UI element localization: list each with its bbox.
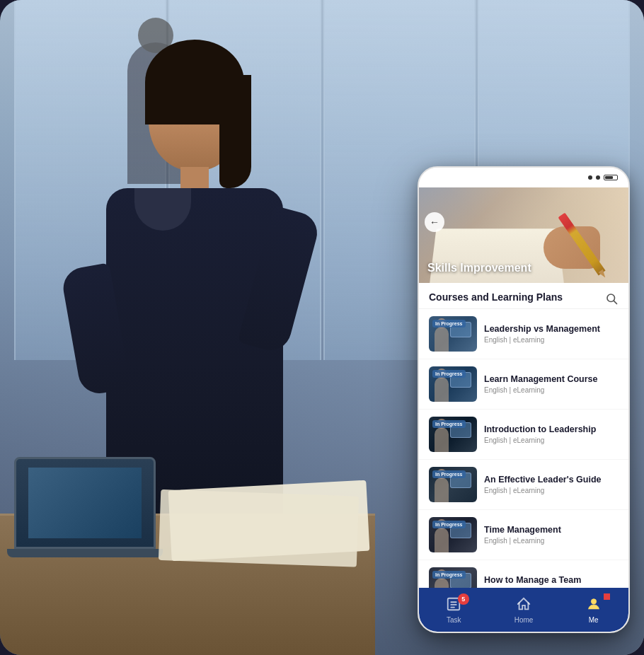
me-badge: [604, 593, 610, 600]
section-title: Courses and Learning Plans: [429, 291, 563, 303]
course-thumbnail: In Progress: [429, 417, 477, 452]
course-name: Time Management: [484, 525, 619, 535]
course-info: How to Manage a Team YouTube Video: [484, 575, 619, 588]
course-thumbnail: In Progress: [429, 316, 477, 352]
bottom-navigation: 5 Task Home: [419, 588, 628, 632]
course-name: Learn Management Course: [484, 374, 619, 384]
signal-icon: [588, 175, 592, 180]
nav-me[interactable]: Me: [558, 588, 628, 632]
course-thumbnail: In Progress: [429, 467, 477, 502]
course-info: Leadership vs Management English | eLear…: [484, 324, 619, 344]
thumb-person-figure: [435, 578, 449, 588]
course-name: Leadership vs Management: [484, 324, 619, 334]
course-info: Learn Management Course English | eLearn…: [484, 374, 619, 394]
battery-icon: [604, 175, 618, 180]
course-meta: English | eLearning: [484, 386, 619, 394]
course-info: An Effective Leader's Guide English | eL…: [484, 475, 619, 494]
desk-surface: [0, 514, 375, 655]
laptop-base: [7, 549, 163, 557]
course-name: An Effective Leader's Guide: [484, 475, 619, 485]
svg-point-6: [591, 598, 596, 603]
phone-status-bar: [419, 168, 628, 187]
course-thumbnail: In Progress: [429, 366, 477, 402]
course-thumbnail: In Progress: [429, 567, 477, 588]
thumb-person-figure: [435, 528, 449, 552]
course-name: Introduction to Leadership: [484, 424, 619, 434]
hero-title: Skills Improvement: [427, 262, 531, 274]
section-header: Courses and Learning Plans: [419, 283, 628, 309]
hero-book: [430, 228, 564, 283]
person-head: [149, 61, 241, 170]
course-meta: English | eLearning: [484, 336, 619, 344]
nav-home[interactable]: Home: [489, 588, 559, 632]
course-meta: English | eLearning: [484, 436, 619, 444]
person-hair: [219, 75, 251, 188]
phone-device: ← Skills Improvement Courses and Learnin…: [418, 166, 630, 633]
course-info: Time Management English | eLearning: [484, 525, 619, 545]
course-meta: English | eLearning: [484, 487, 619, 494]
thumb-person-figure: [435, 377, 449, 402]
course-item[interactable]: In Progress Learn Management Course Engl…: [419, 359, 628, 410]
in-progress-badge: In Progress: [432, 470, 466, 478]
in-progress-badge: In Progress: [432, 370, 466, 378]
me-icon: [586, 596, 602, 614]
laptop-screen: [14, 457, 156, 549]
course-item[interactable]: In Progress Time Management English | eL…: [419, 510, 628, 560]
task-label: Task: [447, 616, 461, 624]
in-progress-badge: In Progress: [432, 571, 466, 579]
svg-line-1: [614, 301, 616, 303]
wifi-icon: [596, 175, 600, 180]
laptop: [14, 457, 156, 549]
course-name: How to Manage a Team: [484, 575, 619, 585]
hero-banner: ← Skills Improvement: [419, 187, 628, 283]
desk-area: [0, 443, 361, 655]
course-item[interactable]: In Progress How to Manage a Team YouTube…: [419, 560, 628, 588]
in-progress-badge: In Progress: [432, 420, 466, 428]
course-item[interactable]: In Progress Leadership vs Management Eng…: [419, 309, 628, 359]
course-meta: English | eLearning: [484, 537, 619, 545]
course-list: In Progress Leadership vs Management Eng…: [419, 309, 628, 588]
in-progress-badge: In Progress: [432, 521, 466, 528]
thumb-person-figure: [435, 477, 449, 502]
phone-content: ← Skills Improvement Courses and Learnin…: [419, 187, 628, 632]
course-item[interactable]: In Progress An Effective Leader's Guide …: [419, 460, 628, 510]
course-info: Introduction to Leadership English | eLe…: [484, 424, 619, 444]
course-thumbnail: In Progress: [429, 517, 477, 552]
home-label: Home: [514, 616, 534, 624]
task-badge: 5: [458, 593, 469, 605]
me-label: Me: [589, 616, 599, 624]
course-item[interactable]: In Progress Introduction to Leadership E…: [419, 410, 628, 460]
thumb-person-figure: [435, 427, 449, 452]
thumb-person-figure: [435, 327, 449, 352]
nav-task[interactable]: 5 Task: [419, 588, 489, 632]
in-progress-badge: In Progress: [432, 320, 466, 328]
search-button[interactable]: [602, 289, 621, 308]
back-button[interactable]: ←: [425, 212, 444, 232]
home-icon: [516, 596, 531, 614]
desk-papers: [168, 480, 370, 562]
